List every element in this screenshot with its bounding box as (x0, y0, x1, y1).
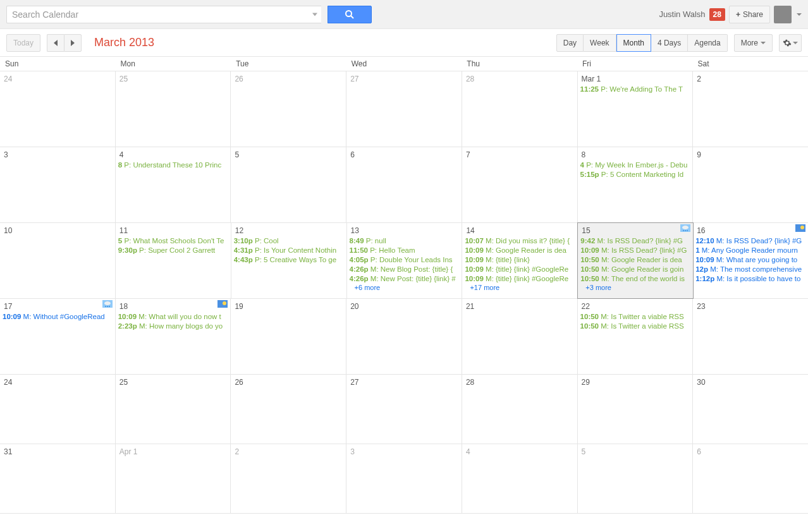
calendar-event[interactable]: 10:50 M: Google Reader is dea (580, 255, 690, 265)
calendar-cell[interactable]: 3 (346, 444, 462, 513)
calendar-cell[interactable]: 6 (693, 444, 808, 513)
calendar-event[interactable]: 8:49 P: null (350, 236, 460, 246)
calendar-cell[interactable]: 28 (462, 375, 578, 444)
today-button[interactable]: Today (6, 34, 40, 52)
calendar-cell[interactable]: 27 (346, 71, 462, 147)
more-events-link[interactable]: +17 more (465, 284, 575, 291)
calendar-event[interactable]: 4:26p M: New Blog Post: {title} { (350, 265, 460, 274)
calendar-cell[interactable]: 4 (462, 444, 578, 513)
calendar-event[interactable]: 10:50 M: Is Twitter a viable RSS (580, 312, 690, 322)
calendar-event[interactable]: 11:50 P: Hello Team (350, 246, 460, 255)
calendar-cell[interactable]: 6 (346, 147, 462, 222)
calendar-cell[interactable]: 23 (693, 299, 808, 374)
calendar-event[interactable]: 4 P: My Week In Ember.js - Debu (580, 160, 690, 170)
search-input[interactable] (6, 6, 321, 23)
calendar-cell[interactable]: 115 P: What Most Schools Don't Te9:30p P… (116, 223, 231, 298)
calendar-cell[interactable]: 5 (231, 147, 346, 222)
calendar-event[interactable]: 11:25 P: We're Adding To The T (580, 85, 690, 94)
calendar-event[interactable]: 8 P: Understand These 10 Princ (118, 160, 228, 170)
calendar-cell[interactable]: Apr 1 (116, 444, 231, 513)
calendar-cell[interactable]: 26 (231, 375, 346, 444)
account-dropdown-icon[interactable] (797, 13, 802, 16)
calendar-event[interactable]: 10:09 M: Google Reader is dea (465, 246, 575, 255)
calendar-event[interactable]: 10:07 M: Did you miss it? {title} { (465, 236, 575, 246)
view-week[interactable]: Week (584, 34, 616, 52)
calendar-cell[interactable]: 25 (116, 71, 231, 147)
calendar-event[interactable]: 10:09 M: {title} {link} #GoogleRe (465, 265, 575, 274)
calendar-cell[interactable]: 28 (462, 71, 578, 147)
calendar-cell[interactable]: 138:49 P: null11:50 P: Hello Team4:05p P… (347, 223, 463, 298)
calendar-cell[interactable]: 26 (231, 71, 346, 147)
calendar-cell[interactable]: 1410:07 M: Did you miss it? {title} {10:… (462, 223, 578, 298)
date-number: 16 (695, 225, 805, 236)
calendar-cell[interactable]: 19 (231, 299, 346, 374)
calendar-event[interactable]: 5:15p P: 5 Content Marketing Id (580, 170, 690, 179)
view-agenda[interactable]: Agenda (688, 34, 727, 52)
calendar-cell[interactable]: 20 (346, 299, 462, 374)
calendar-cell[interactable]: 159:42 M: Is RSS Dead? {link} #G10:09 M:… (577, 222, 694, 299)
view-4days[interactable]: 4 Days (651, 34, 688, 52)
calendar-cell[interactable]: 29 (578, 375, 694, 444)
calendar-cell[interactable]: 2 (693, 71, 808, 147)
calendar-event[interactable]: 12p M: The most comprehensive (695, 265, 805, 274)
calendar-cell[interactable]: 2210:50 M: Is Twitter a viable RSS10:50 … (578, 299, 694, 374)
search-button[interactable] (327, 6, 372, 23)
calendar-cell[interactable]: 21 (462, 299, 578, 374)
calendar-cell[interactable]: 10 (0, 223, 116, 298)
calendar-cell[interactable]: 48 P: Understand These 10 Princ (116, 147, 231, 222)
calendar-event[interactable]: 4:43p P: 5 Creative Ways To ge (234, 255, 344, 265)
user-name[interactable]: Justin Walsh (659, 9, 705, 19)
calendar-event[interactable]: 10:09 M: Without #GoogleRead (3, 312, 113, 322)
calendar-cell[interactable]: 2 (231, 444, 346, 513)
notification-badge[interactable]: 28 (709, 8, 725, 21)
search-dropdown-caret-icon[interactable] (312, 13, 317, 16)
view-day[interactable]: Day (556, 34, 584, 52)
more-events-link[interactable]: +6 more (350, 284, 460, 291)
plus-icon: + (736, 10, 740, 19)
settings-button[interactable] (779, 34, 802, 52)
calendar-cell[interactable]: 31 (0, 444, 116, 513)
calendar-event[interactable]: 10:09 M: {title} {link} (465, 255, 575, 265)
calendar-cell[interactable]: 25 (116, 375, 231, 444)
calendar-cell[interactable]: Mar 111:25 P: We're Adding To The T (578, 71, 694, 147)
calendar-event[interactable]: 10:09 M: What are you going to (695, 255, 805, 265)
calendar-event[interactable]: 12:10 M: Is RSS Dead? {link} #G (695, 236, 805, 246)
calendar-cell[interactable]: 84 P: My Week In Ember.js - Debu5:15p P:… (578, 147, 694, 222)
next-button[interactable] (64, 34, 82, 52)
calendar-event[interactable]: 10:50 M: Is Twitter a viable RSS (580, 322, 690, 331)
calendar-event[interactable]: 10:50 M: The end of the world is (580, 274, 690, 284)
calendar-event[interactable]: 5 P: What Most Schools Don't Te (118, 236, 228, 246)
calendar-cell[interactable]: 3 (0, 147, 116, 222)
calendar-event[interactable]: 1:12p M: Is it possible to have to (695, 274, 805, 284)
calendar-cell[interactable]: 123:10p P: Cool4:31p P: Is Your Content … (231, 223, 347, 298)
calendar-event[interactable]: 10:09 M: Is RSS Dead? {link} #G (580, 246, 690, 255)
calendar-cell[interactable]: 9 (693, 147, 808, 222)
view-month[interactable]: Month (616, 34, 651, 52)
share-button[interactable]: + Share (729, 6, 770, 23)
avatar[interactable] (774, 6, 792, 23)
calendar-cell[interactable]: 1710:09 M: Without #GoogleRead (0, 299, 116, 374)
calendar-event[interactable]: 1 M: Any Google Reader mourn (695, 246, 805, 255)
calendar-event[interactable]: 2:23p M: How many blogs do yo (118, 322, 228, 331)
calendar-cell[interactable]: 24 (0, 375, 116, 444)
calendar-cell[interactable]: 27 (346, 375, 462, 444)
calendar-cell[interactable]: 30 (693, 375, 808, 444)
calendar-cell[interactable]: 5 (578, 444, 694, 513)
calendar-cell[interactable]: 7 (462, 147, 578, 222)
calendar-event[interactable]: 10:50 M: Google Reader is goin (580, 265, 690, 274)
calendar-cell[interactable]: 1612:10 M: Is RSS Dead? {link} #G1 M: An… (693, 223, 808, 298)
calendar-event[interactable]: 4:31p P: Is Your Content Nothin (234, 246, 344, 255)
calendar-event[interactable]: 4:05p P: Double Your Leads Ins (350, 255, 460, 265)
calendar-event[interactable]: 10:09 M: {title} {link} #GoogleRe (465, 274, 575, 284)
more-button[interactable]: More (734, 34, 773, 52)
calendar-event[interactable]: 9:42 M: Is RSS Dead? {link} #G (580, 236, 690, 246)
calendar-event[interactable]: 4:26p M: New Post: {title} {link} # (350, 274, 460, 284)
more-events-link[interactable]: +3 more (580, 284, 690, 291)
month-title: March 2013 (94, 36, 154, 49)
calendar-event[interactable]: 9:30p P: Super Cool 2 Garrett (118, 246, 228, 255)
prev-button[interactable] (47, 34, 64, 52)
calendar-cell[interactable]: 1810:09 M: What will you do now t2:23p M… (116, 299, 231, 374)
calendar-cell[interactable]: 24 (0, 71, 116, 147)
calendar-event[interactable]: 3:10p P: Cool (234, 236, 344, 246)
calendar-event[interactable]: 10:09 M: What will you do now t (118, 312, 228, 322)
